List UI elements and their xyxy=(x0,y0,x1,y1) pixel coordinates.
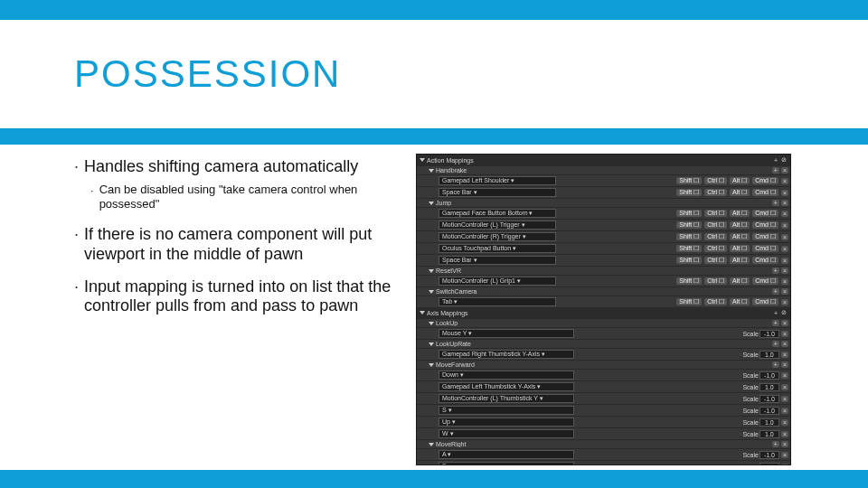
remove-icon[interactable]: × xyxy=(781,408,788,414)
mapping-group[interactable]: MoveForward+× xyxy=(417,360,790,369)
add-icon[interactable]: + xyxy=(772,167,779,174)
modifier-checkbox[interactable]: Ctrl ☐ xyxy=(704,277,727,285)
remove-icon[interactable]: × xyxy=(781,352,788,358)
key-dropdown[interactable]: MotionController (L) Trigger ▾ xyxy=(439,221,556,230)
remove-icon[interactable]: × xyxy=(781,200,788,206)
key-dropdown[interactable]: MotionController (R) Trigger ▾ xyxy=(439,232,556,241)
mapping-group[interactable]: SwitchCamera+× xyxy=(417,286,790,296)
remove-icon[interactable]: × xyxy=(781,384,788,390)
remove-icon[interactable]: × xyxy=(781,441,788,447)
expand-icon[interactable] xyxy=(429,363,434,367)
key-dropdown[interactable]: MotionController (L) Grip1 ▾ xyxy=(439,277,556,286)
mapping-group[interactable]: Handbrake+× xyxy=(417,165,790,174)
remove-icon[interactable]: × xyxy=(781,372,788,379)
scale-input[interactable]: 1.0 xyxy=(760,430,779,438)
modifier-checkbox[interactable]: Shift ☐ xyxy=(676,277,702,285)
key-dropdown[interactable]: Mouse Y ▾ xyxy=(439,329,574,338)
add-icon[interactable]: + xyxy=(772,361,779,368)
section-header[interactable]: Axis Mappings+⊘ xyxy=(417,307,790,318)
modifier-checkbox[interactable]: Ctrl ☐ xyxy=(704,245,727,252)
mapping-group[interactable]: Jump+× xyxy=(417,198,790,207)
modifier-checkbox[interactable]: Ctrl ☐ xyxy=(704,233,727,240)
remove-icon[interactable]: × xyxy=(781,211,788,217)
scale-input[interactable]: 1.0 xyxy=(760,463,779,466)
key-dropdown[interactable]: A ▾ xyxy=(439,450,574,459)
scale-input[interactable]: -1.0 xyxy=(760,451,779,459)
modifier-checkbox[interactable]: Ctrl ☐ xyxy=(704,177,727,184)
expand-icon[interactable] xyxy=(420,158,425,162)
scale-input[interactable]: -1.0 xyxy=(760,395,779,403)
remove-icon[interactable]: × xyxy=(781,258,788,264)
key-dropdown[interactable]: Gamepad Right Thumbstick Y-Axis ▾ xyxy=(439,350,574,359)
mapping-group[interactable]: MoveRight+× xyxy=(417,439,790,448)
remove-icon[interactable]: × xyxy=(781,341,788,347)
remove-icon[interactable]: × xyxy=(781,419,788,426)
modifier-checkbox[interactable]: Shift ☐ xyxy=(676,245,702,252)
expand-icon[interactable] xyxy=(429,343,434,346)
modifier-checkbox[interactable]: Alt ☐ xyxy=(730,189,750,196)
remove-icon[interactable]: × xyxy=(781,167,788,174)
expand-icon[interactable] xyxy=(429,322,434,325)
modifier-checkbox[interactable]: Alt ☐ xyxy=(730,177,750,184)
remove-icon[interactable]: × xyxy=(781,331,788,337)
add-icon[interactable]: + xyxy=(772,288,779,295)
key-dropdown[interactable]: W ▾ xyxy=(439,429,574,438)
modifier-checkbox[interactable]: Shift ☐ xyxy=(676,189,702,196)
mapping-group[interactable]: LookUp+× xyxy=(417,318,790,327)
modifier-checkbox[interactable]: Alt ☐ xyxy=(730,233,750,240)
scale-input[interactable]: -1.0 xyxy=(760,330,779,338)
modifier-checkbox[interactable]: Cmd ☐ xyxy=(752,257,778,264)
modifier-checkbox[interactable]: Cmd ☐ xyxy=(752,221,778,229)
scale-input[interactable]: -1.0 xyxy=(760,407,779,415)
scale-input[interactable]: -1.0 xyxy=(760,371,779,380)
modifier-checkbox[interactable]: Shift ☐ xyxy=(676,257,702,264)
remove-icon[interactable]: × xyxy=(781,278,788,285)
remove-icon[interactable]: × xyxy=(781,190,788,196)
scale-input[interactable]: 1.0 xyxy=(760,383,779,391)
modifier-checkbox[interactable]: Cmd ☐ xyxy=(752,233,778,240)
expand-icon[interactable] xyxy=(429,169,434,173)
remove-icon[interactable]: × xyxy=(781,464,788,466)
modifier-checkbox[interactable]: Shift ☐ xyxy=(676,233,702,240)
modifier-checkbox[interactable]: Alt ☐ xyxy=(730,298,750,305)
key-dropdown[interactable]: Oculus Touchpad Button ▾ xyxy=(439,244,556,253)
modifier-checkbox[interactable]: Cmd ☐ xyxy=(752,189,778,196)
modifier-checkbox[interactable]: Cmd ☐ xyxy=(752,245,778,252)
modifier-checkbox[interactable]: Shift ☐ xyxy=(676,221,702,229)
expand-icon[interactable] xyxy=(429,443,434,446)
expand-icon[interactable] xyxy=(429,290,434,294)
modifier-checkbox[interactable]: Cmd ☐ xyxy=(752,298,778,305)
modifier-checkbox[interactable]: Alt ☐ xyxy=(730,210,750,217)
key-dropdown[interactable]: Down ▾ xyxy=(439,371,574,380)
scale-input[interactable]: 1.0 xyxy=(760,351,779,359)
modifier-checkbox[interactable]: Shift ☐ xyxy=(676,298,702,305)
remove-icon[interactable]: × xyxy=(781,222,788,229)
modifier-checkbox[interactable]: Ctrl ☐ xyxy=(704,210,727,217)
modifier-checkbox[interactable]: Cmd ☐ xyxy=(752,210,778,217)
key-dropdown[interactable]: D ▾ xyxy=(439,462,574,465)
clear-icon[interactable]: ⊘ xyxy=(781,309,787,316)
remove-icon[interactable]: × xyxy=(781,320,788,326)
add-icon[interactable]: + xyxy=(774,310,778,316)
remove-icon[interactable]: × xyxy=(781,267,788,274)
modifier-checkbox[interactable]: Shift ☐ xyxy=(676,177,702,184)
key-dropdown[interactable]: Gamepad Left Thumbstick Y-Axis ▾ xyxy=(439,382,574,391)
key-dropdown[interactable]: Tab ▾ xyxy=(439,297,556,306)
modifier-checkbox[interactable]: Cmd ☐ xyxy=(752,277,778,285)
modifier-checkbox[interactable]: Alt ☐ xyxy=(730,221,750,229)
modifier-checkbox[interactable]: Shift ☐ xyxy=(676,210,702,217)
section-header[interactable]: Action Mappings+⊘ xyxy=(417,155,790,165)
expand-icon[interactable] xyxy=(420,311,425,314)
add-icon[interactable]: + xyxy=(772,441,779,447)
remove-icon[interactable]: × xyxy=(781,396,788,402)
modifier-checkbox[interactable]: Ctrl ☐ xyxy=(704,257,727,264)
remove-icon[interactable]: × xyxy=(781,452,788,458)
clear-icon[interactable]: ⊘ xyxy=(781,156,787,164)
add-icon[interactable]: + xyxy=(772,341,779,347)
modifier-checkbox[interactable]: Alt ☐ xyxy=(730,277,750,285)
modifier-checkbox[interactable]: Ctrl ☐ xyxy=(704,298,727,305)
mapping-group[interactable]: ResetVR+× xyxy=(417,266,790,275)
remove-icon[interactable]: × xyxy=(781,431,788,437)
modifier-checkbox[interactable]: Cmd ☐ xyxy=(752,177,778,184)
modifier-checkbox[interactable]: Alt ☐ xyxy=(730,257,750,264)
